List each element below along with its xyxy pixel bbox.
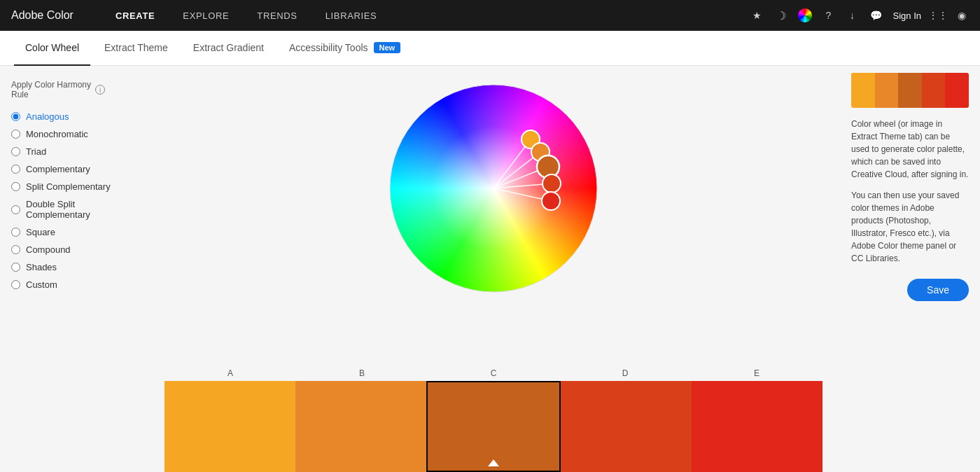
chat-icon[interactable]: 💬 <box>869 8 883 22</box>
signin-button[interactable]: Sign In <box>893 11 921 21</box>
swatch-label-b: B <box>296 368 428 378</box>
sub-nav: Color Wheel Extract Theme Extract Gradie… <box>0 31 980 66</box>
radio-complementary[interactable]: Complementary <box>11 160 136 178</box>
nav-links: CREATE EXPLORE TRENDS LIBRARIES <box>102 0 750 31</box>
color-wheel[interactable] <box>385 80 602 297</box>
radio-double-split[interactable]: Double Split Complementary <box>11 195 136 223</box>
tab-accessibility-tools[interactable]: Accessibility Tools New <box>278 31 412 66</box>
nav-libraries[interactable]: LIBRARIES <box>312 0 391 31</box>
grid-icon[interactable]: ⋮⋮ <box>931 8 945 22</box>
nav-create[interactable]: CREATE <box>102 0 169 31</box>
palette-swatch-3 <box>898 73 922 108</box>
tab-extract-gradient[interactable]: Extract Gradient <box>182 31 275 66</box>
download-icon[interactable]: ↓ <box>846 8 860 22</box>
swatch-c[interactable] <box>426 381 560 472</box>
svg-point-12 <box>542 174 561 193</box>
moon-icon[interactable]: ☽ <box>774 8 788 22</box>
center-area: A B C D E <box>147 66 840 472</box>
radio-monochromatic[interactable]: Monochromatic <box>11 125 136 143</box>
palette-swatch-1 <box>851 73 875 108</box>
swatches-row <box>164 381 822 472</box>
svg-point-13 <box>542 192 560 210</box>
right-panel: Color wheel (or image in Extract Theme t… <box>840 66 980 472</box>
sidebar-label: Apply Color HarmonyRule i <box>11 80 136 99</box>
palette-swatch-2 <box>875 73 899 108</box>
top-nav: Adobe Color CREATE EXPLORE TRENDS LIBRAR… <box>0 0 980 31</box>
radio-split-complementary[interactable]: Split Complementary <box>11 178 136 195</box>
nav-right: ★ ☽ ? ↓ 💬 Sign In ⋮⋮ ◉ <box>750 8 969 22</box>
save-button[interactable]: Save <box>907 279 969 301</box>
radio-analogous[interactable]: Analogous <box>11 108 136 125</box>
radio-compound[interactable]: Compound <box>11 241 136 258</box>
logo: Adobe Color <box>11 9 74 22</box>
swatch-a[interactable] <box>164 381 295 472</box>
swatch-labels: A B C D E <box>164 368 822 378</box>
radio-list: AnalogousMonochromaticTriadComplementary… <box>11 108 136 293</box>
sidebar: Apply Color HarmonyRule i AnalogousMonoc… <box>0 66 147 472</box>
swatch-label-d: D <box>559 368 691 378</box>
main-layout: Apply Color HarmonyRule i AnalogousMonoc… <box>0 66 980 472</box>
tab-color-wheel[interactable]: Color Wheel <box>14 31 90 66</box>
palette-preview <box>851 73 969 108</box>
wheel-container[interactable] <box>385 80 602 297</box>
info-icon[interactable]: i <box>95 85 105 95</box>
radio-custom[interactable]: Custom <box>11 276 136 293</box>
swatch-d[interactable] <box>561 381 692 472</box>
panel-description-1: Color wheel (or image in Extract Theme t… <box>851 118 969 181</box>
swatch-b[interactable] <box>295 381 426 472</box>
radio-square[interactable]: Square <box>11 223 136 241</box>
radio-shades[interactable]: Shades <box>11 258 136 276</box>
star-icon[interactable]: ★ <box>750 8 764 22</box>
nav-trends[interactable]: TRENDS <box>243 0 311 31</box>
help-icon[interactable]: ? <box>822 8 836 22</box>
swatch-e[interactable] <box>692 381 822 472</box>
nav-explore[interactable]: EXPLORE <box>169 0 243 31</box>
colorwheel-icon[interactable] <box>798 8 812 22</box>
tab-extract-theme[interactable]: Extract Theme <box>93 31 179 66</box>
swatch-c-arrow <box>488 459 499 466</box>
palette-swatch-4 <box>922 73 946 108</box>
swatch-label-a: A <box>164 368 296 378</box>
swatch-label-e: E <box>691 368 822 378</box>
new-badge: New <box>374 42 401 53</box>
swatch-label-c: C <box>428 368 559 378</box>
panel-description-2: You can then use your saved color themes… <box>851 189 969 265</box>
apps-icon[interactable]: ◉ <box>955 8 969 22</box>
radio-triad[interactable]: Triad <box>11 143 136 160</box>
swatches-area: A B C D E <box>164 368 822 472</box>
palette-swatch-5 <box>945 73 969 108</box>
